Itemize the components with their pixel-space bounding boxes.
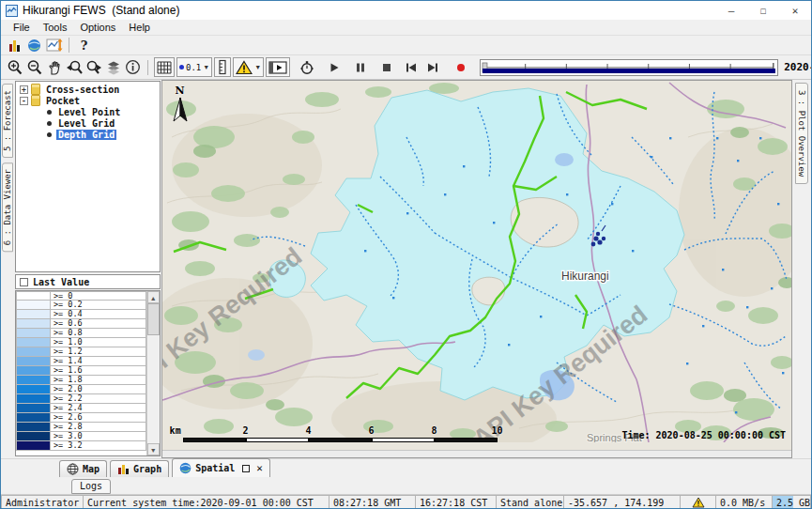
zoom-next-icon[interactable] [84,58,103,77]
zoom-in-icon[interactable] [5,58,24,77]
logs-tab[interactable]: Logs [71,479,111,494]
bullet-icon [47,110,52,115]
interval-value: 0.1 [186,63,201,72]
tab-data-viewer[interactable]: 6 : Data Viewer [2,162,13,252]
tab-graph[interactable]: Graph [110,460,169,477]
globe-icon [179,462,192,474]
ruler-scale-button[interactable] [214,57,231,77]
stop-button[interactable] [376,58,396,77]
tree-item-pocket[interactable]: - Pocket [16,95,160,106]
north-arrow: N [170,85,191,127]
right-tab-strip: 3 : Plot Overview [792,80,811,458]
scrollbar-track[interactable] [147,303,160,443]
help-button[interactable]: ? [74,36,94,54]
skip-to-end-button[interactable] [423,58,443,77]
tree-item-cross-section[interactable]: + Cross-section [16,84,160,95]
tab-map[interactable]: Map [59,460,107,477]
warning-threshold-dropdown[interactable]: ▼ [233,57,264,77]
play-button[interactable] [324,58,344,77]
pan-hand-icon[interactable] [44,58,64,77]
scroll-up-icon[interactable]: ▲ [147,291,160,303]
scroll-down-icon[interactable]: ▼ [147,443,160,455]
layer-tree: + Cross-section - Pocket Level Point Lev… [15,81,161,272]
legend-color-swatch [16,423,51,432]
layers-icon[interactable] [103,58,123,77]
status-warning-cell[interactable] [681,495,716,509]
legend-color-swatch [16,291,51,301]
maximize-button[interactable]: ☐ [747,1,779,20]
tab-map-label: Map [83,464,100,474]
bullet-icon [47,132,52,137]
folder-icon [31,84,40,95]
close-button[interactable]: ✕ [779,1,811,20]
info-icon[interactable] [123,58,143,77]
scale-unit-label: km [170,425,181,436]
animation-display-button[interactable] [266,57,290,77]
tab-graph-label: Graph [133,464,161,474]
tab-forecast[interactable]: 5 : Forecast [2,84,13,158]
last-value-checkbox[interactable] [20,278,28,286]
timer-settings-icon[interactable] [297,58,316,77]
menu-options[interactable]: Options [73,22,122,33]
scale-tick-label: 10 [492,425,503,436]
scale-tick-label: 4 [306,425,312,436]
main-toolbar: ? [1,36,811,55]
pause-button[interactable] [350,58,370,77]
grid-display-button[interactable] [154,57,175,77]
status-gmt-time: 08:27:18 GMT [329,495,416,509]
map-bottom-strip [162,450,791,457]
globe-icon[interactable] [24,36,44,54]
menu-tools[interactable]: Tools [37,22,74,33]
time-slider[interactable] [480,59,778,76]
warning-icon [692,497,705,508]
folder-icon [31,95,40,106]
app-window: Hikurangi FEWS (Stand alone) – ☐ ✕ File … [0,0,812,509]
logs-row: Logs [1,477,811,494]
scrollbar-thumb[interactable] [147,303,160,335]
chevron-down-icon: ▼ [254,64,261,70]
bullet-icon [47,121,52,126]
map-scale-bar: km 2 4 6 8 10 [170,425,498,446]
map-canvas[interactable]: API Key Required API Key Required Hikura… [162,81,792,442]
tree-item-label: Pocket [44,96,82,106]
map-time-label: Time: 2020-08-25 00:00:00 CST [621,430,786,440]
legend-row[interactable]: >= 3.2 [16,441,146,451]
tree-item-level-grid[interactable]: Level Grid [47,117,160,129]
collapse-icon[interactable]: - [20,97,28,105]
tab-spatial-label: Spatial [195,463,235,473]
legend-color-swatch [16,394,51,404]
menu-help[interactable]: Help [122,22,157,33]
tree-item-label: Level Point [56,107,122,117]
contour-interval-dropdown[interactable]: 0.1 ▼ [176,57,212,77]
menu-file[interactable]: File [7,22,37,33]
expand-icon[interactable]: + [20,85,28,94]
legend-scrollbar[interactable]: ▲ ▼ [146,291,160,455]
legend-color-swatch [16,432,51,441]
time-slider-range-bar[interactable] [483,69,775,73]
legend-color-swatch [16,376,51,385]
tab-close-icon[interactable]: ✕ [256,462,263,474]
legend-panel: Last Value >= 0>= 0.2>= 0.4>= 0.6>= 0.8>… [15,274,161,456]
left-tab-strip: 5 : Forecast 6 : Data Viewer [1,80,14,458]
chart-arrow-icon[interactable] [44,36,64,54]
tree-item-depth-grid[interactable]: Depth Grid [47,129,160,140]
status-download-rate: 0.0 MB/s [716,495,773,509]
zoom-out-icon[interactable] [24,58,44,77]
status-coordinates: -35.657 , 174.199 [564,495,681,509]
wireframe-globe-icon [67,463,79,475]
map-viewport[interactable]: API Key Required API Key Required Hikura… [161,80,792,458]
zoom-previous-icon[interactable] [64,58,84,77]
tab-maximize-icon[interactable] [242,465,250,472]
legend-header: Last Value [15,274,161,289]
tree-item-label: Level Grid [56,118,116,129]
tab-plot-overview[interactable]: 3 : Plot Overview [795,83,808,184]
explorer-bars-icon[interactable] [5,36,24,54]
skip-to-start-button[interactable] [401,58,421,77]
tree-item-label: Cross-section [44,85,121,95]
tree-item-level-point[interactable]: Level Point [47,106,160,117]
status-memory: 2.5 GB [773,495,811,509]
tab-spatial[interactable]: Spatial ✕ [172,458,270,477]
legend-color-swatch [16,329,51,338]
minimize-button[interactable]: – [715,1,747,20]
record-button[interactable] [451,58,470,77]
